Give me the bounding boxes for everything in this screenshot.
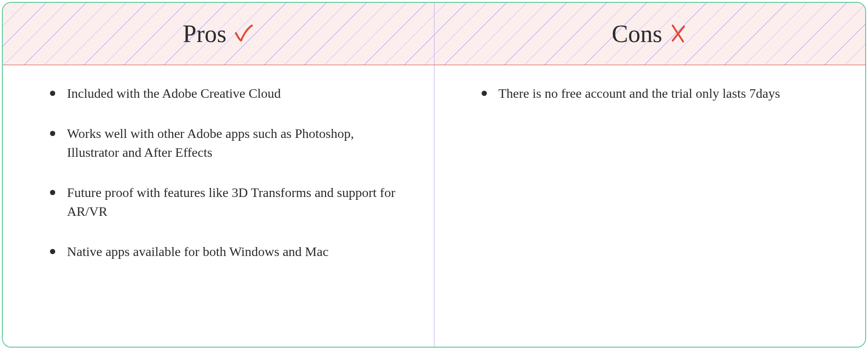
cons-list: There is no free account and the trial o…: [482, 84, 837, 103]
cross-icon: [669, 24, 688, 44]
list-item: There is no free account and the trial o…: [482, 84, 837, 103]
table-header-row: Pros Cons: [3, 3, 865, 65]
list-item: Future proof with features like 3D Trans…: [50, 183, 406, 222]
table-body-row: Included with the Adobe Creative Cloud W…: [3, 65, 865, 347]
list-item: Included with the Adobe Creative Cloud: [50, 84, 406, 103]
pros-header-cell: Pros: [3, 3, 434, 65]
cons-header-title: Cons: [612, 20, 662, 48]
list-item: Works well with other Adobe apps such as…: [50, 124, 406, 162]
pros-header-title: Pros: [183, 20, 226, 48]
pros-body-cell: Included with the Adobe Creative Cloud W…: [3, 65, 434, 347]
pros-cons-table: Pros Cons Included with the Adobe Creati…: [2, 2, 866, 348]
cons-header-cell: Cons: [434, 3, 866, 65]
pros-list: Included with the Adobe Creative Cloud W…: [50, 84, 406, 262]
check-icon: [233, 23, 254, 45]
cons-body-cell: There is no free account and the trial o…: [434, 65, 866, 347]
list-item: Native apps available for both Windows a…: [50, 242, 406, 262]
